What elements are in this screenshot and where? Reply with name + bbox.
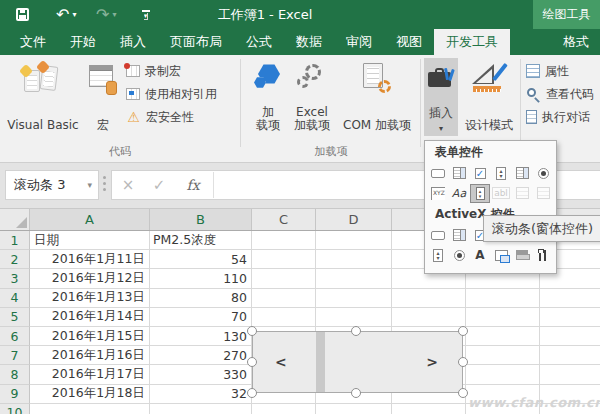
cell[interactable]: [316, 250, 392, 269]
cell-a10[interactable]: [30, 404, 150, 414]
selection-handle-bottom-middle[interactable]: [351, 388, 361, 398]
selection-handle-middle-left[interactable]: [247, 357, 257, 367]
cell[interactable]: [316, 289, 392, 308]
enter-button[interactable]: ✓: [146, 170, 172, 200]
tab-file[interactable]: 文件: [8, 29, 58, 55]
cell-a2[interactable]: 2016年1月11日: [30, 250, 150, 269]
cell[interactable]: [252, 269, 316, 288]
cell[interactable]: [392, 289, 466, 308]
com-addins-button[interactable]: COM 加载项: [336, 58, 418, 136]
selection-handle-bottom-left[interactable]: [247, 388, 257, 398]
activex-combo-box-control-icon[interactable]: [450, 227, 468, 244]
cell-a9[interactable]: 2016年1月18日: [30, 385, 150, 404]
row-header[interactable]: 8: [0, 365, 30, 384]
cell[interactable]: [466, 346, 540, 365]
row-header[interactable]: 9: [0, 385, 30, 404]
formula-bar-resizer[interactable]: [103, 176, 106, 191]
column-header-a[interactable]: A: [30, 209, 150, 230]
cell-a1[interactable]: 日期: [30, 231, 150, 250]
run-dialog-button[interactable]: 执行对话: [526, 107, 590, 127]
selection-handle-bottom-right[interactable]: [458, 388, 468, 398]
name-box[interactable]: 滚动条 3 ▾: [5, 170, 99, 200]
cell[interactable]: [316, 404, 392, 414]
tab-formulas[interactable]: 公式: [234, 29, 284, 55]
cell[interactable]: [316, 269, 392, 288]
excel-addins-button[interactable]: Excel加载项: [291, 58, 333, 136]
cell[interactable]: [540, 365, 600, 384]
activex-image-control-icon[interactable]: [492, 247, 510, 264]
tab-data[interactable]: 数据: [284, 29, 334, 55]
cell[interactable]: [466, 308, 540, 327]
tab-format[interactable]: 格式: [552, 29, 600, 55]
row-header[interactable]: 3: [0, 269, 30, 288]
cell-b2[interactable]: 54: [150, 250, 252, 269]
scrollbar-form-control[interactable]: < >: [252, 331, 463, 393]
tab-insert[interactable]: 插入: [108, 29, 158, 55]
visual-basic-button[interactable]: Visual Basic: [4, 58, 82, 136]
cell[interactable]: [540, 327, 600, 346]
cell[interactable]: [316, 308, 392, 327]
addins-button[interactable]: 加载项: [247, 58, 289, 136]
selection-handle-top-left[interactable]: [247, 326, 257, 336]
cell[interactable]: [252, 308, 316, 327]
cell[interactable]: [466, 327, 540, 346]
cell[interactable]: [540, 346, 600, 365]
more-controls-icon[interactable]: [534, 247, 552, 264]
cell[interactable]: [252, 231, 316, 250]
cell-b8[interactable]: 330: [150, 365, 252, 384]
row-header[interactable]: 6: [0, 327, 30, 346]
activex-spin-button-control-icon[interactable]: ▴▾: [429, 247, 447, 264]
use-relative-references-button[interactable]: 使用相对引用: [126, 84, 217, 104]
cell[interactable]: [252, 250, 316, 269]
selection-handle-top-right[interactable]: [458, 326, 468, 336]
row-header[interactable]: 5: [0, 308, 30, 327]
row-header[interactable]: 4: [0, 289, 30, 308]
scrollbar-control-icon[interactable]: ▴▾: [471, 185, 489, 202]
properties-button[interactable]: 属性: [526, 61, 569, 81]
record-macro-button[interactable]: 录制宏: [126, 61, 181, 81]
macros-button[interactable]: 宏: [84, 58, 122, 136]
scrollbar-thumb[interactable]: [316, 332, 325, 392]
column-header-b[interactable]: B: [150, 209, 252, 230]
tab-page-layout[interactable]: 页面布局: [158, 29, 234, 55]
checkbox-control-icon[interactable]: ✓: [471, 165, 489, 182]
scrollbar-left-arrow[interactable]: <: [275, 332, 287, 392]
cell[interactable]: [540, 289, 600, 308]
text-label-control-icon[interactable]: Aa: [450, 185, 468, 202]
activex-button-control-icon[interactable]: [429, 227, 447, 244]
activex-toggle-control-icon[interactable]: [513, 247, 531, 264]
spin-button-control-icon[interactable]: ▴▾: [492, 165, 510, 182]
cancel-button[interactable]: ×: [115, 170, 141, 200]
label-control-icon[interactable]: XYZ: [429, 185, 447, 202]
cell[interactable]: [392, 308, 466, 327]
option-button-control-icon[interactable]: [534, 165, 552, 182]
column-header-c[interactable]: C: [252, 209, 316, 230]
name-box-dropdown-icon[interactable]: ▾: [87, 180, 92, 190]
cell[interactable]: [252, 289, 316, 308]
cell-a5[interactable]: 2016年1月14日: [30, 308, 150, 327]
cell-a6[interactable]: 2016年1月15日: [30, 327, 150, 346]
cell-b1[interactable]: PM2.5浓度: [150, 231, 252, 250]
cell[interactable]: [252, 404, 316, 414]
column-header-d[interactable]: D: [316, 209, 392, 230]
cell-a4[interactable]: 2016年1月13日: [30, 289, 150, 308]
cell-a8[interactable]: 2016年1月17日: [30, 365, 150, 384]
cell-b6[interactable]: 130: [150, 327, 252, 346]
row-header[interactable]: 10: [0, 404, 30, 414]
row-header[interactable]: 7: [0, 346, 30, 365]
cell[interactable]: [466, 289, 540, 308]
tab-developer[interactable]: 开发工具: [434, 29, 510, 55]
selection-handle-top-middle[interactable]: [351, 326, 361, 336]
cell-b4[interactable]: 80: [150, 289, 252, 308]
cell[interactable]: [392, 404, 466, 414]
scrollbar-right-arrow[interactable]: >: [426, 332, 438, 392]
insert-controls-button[interactable]: 插入 ▾: [424, 58, 458, 136]
cell-b7[interactable]: 270: [150, 346, 252, 365]
cell-b3[interactable]: 110: [150, 269, 252, 288]
tab-view[interactable]: 视图: [384, 29, 434, 55]
cell-a3[interactable]: 2016年1月12日: [30, 269, 150, 288]
cell[interactable]: [466, 365, 540, 384]
cell-b10[interactable]: [150, 404, 252, 414]
selection-handle-middle-right[interactable]: [458, 357, 468, 367]
cell-a7[interactable]: 2016年1月16日: [30, 346, 150, 365]
